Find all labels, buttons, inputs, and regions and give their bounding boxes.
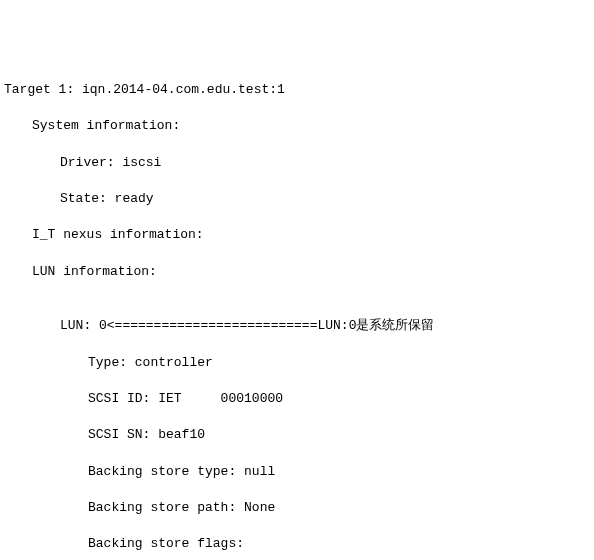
lun-info-header: LUN information: bbox=[4, 263, 590, 281]
lun0-scsi-id: SCSI ID: IET 00010000 bbox=[4, 390, 590, 408]
state-line: State: ready bbox=[4, 190, 590, 208]
lun0-bs-flags: Backing store flags: bbox=[4, 535, 590, 553]
lun0-type: Type: controller bbox=[4, 354, 590, 372]
sysinfo-header: System information: bbox=[4, 117, 590, 135]
target-header: Target 1: iqn.2014-04.com.edu.test:1 bbox=[4, 81, 590, 99]
lun0-header: LUN: 0<==========================LUN:0是系… bbox=[4, 317, 590, 335]
lun0-bs-type: Backing store type: null bbox=[4, 463, 590, 481]
lun0-bs-path: Backing store path: None bbox=[4, 499, 590, 517]
driver-line: Driver: iscsi bbox=[4, 154, 590, 172]
it-nexus-header: I_T nexus information: bbox=[4, 226, 590, 244]
lun0-scsi-sn: SCSI SN: beaf10 bbox=[4, 426, 590, 444]
